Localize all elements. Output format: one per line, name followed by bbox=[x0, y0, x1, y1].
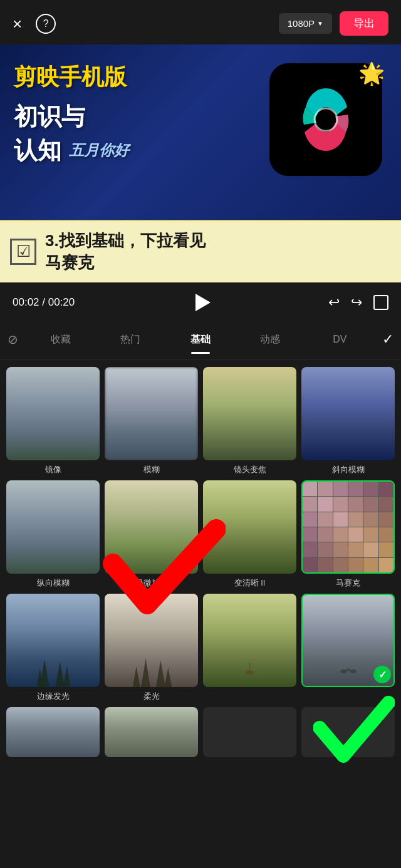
svg-point-9 bbox=[246, 671, 254, 675]
filter-item-3-3[interactable] bbox=[203, 594, 296, 702]
filter-thumb-soft bbox=[105, 594, 198, 687]
filter-label-soft: 柔光 bbox=[143, 691, 160, 702]
fullscreen-button[interactable] bbox=[373, 295, 388, 310]
checkbox-icon: ☑ bbox=[10, 239, 36, 265]
filter-label-zoom: 镜头变焦 bbox=[234, 464, 266, 475]
filter-label-edge: 边缘发光 bbox=[37, 691, 70, 702]
export-button[interactable]: 导出 bbox=[340, 11, 388, 36]
filter-item-3-4[interactable]: ✓ bbox=[301, 594, 395, 702]
close-button[interactable]: × bbox=[13, 16, 22, 32]
svg-point-15 bbox=[346, 669, 350, 671]
play-icon bbox=[195, 294, 211, 311]
filter-item-4-1[interactable] bbox=[6, 707, 100, 761]
svg-line-12 bbox=[250, 663, 251, 665]
filter-thumb-blur bbox=[105, 367, 198, 460]
time-display: 00:02 / 00:20 bbox=[13, 296, 75, 309]
subtitle-text: 3.找到基础，下拉看见马赛克 bbox=[45, 230, 206, 274]
svg-line-11 bbox=[248, 663, 249, 665]
top-right-controls: 1080P ▼ 导出 bbox=[279, 11, 388, 36]
filter-thumb-vblur bbox=[6, 480, 100, 574]
filter-confirm-tab[interactable]: ✓ bbox=[375, 326, 401, 353]
filter-thumb-mosaic bbox=[301, 480, 395, 574]
svg-point-13 bbox=[340, 669, 346, 673]
filter-item-4-3[interactable] bbox=[203, 707, 296, 761]
undo-button[interactable]: ↩ bbox=[328, 294, 340, 311]
filter-item-4-2[interactable] bbox=[105, 707, 198, 761]
svg-marker-5 bbox=[133, 666, 140, 687]
filter-thumb-edge bbox=[6, 594, 100, 687]
filter-thumb-4-3 bbox=[203, 707, 296, 757]
tab-dynamic[interactable]: 动感 bbox=[235, 328, 305, 351]
video-title-3: 认知 五月你好 bbox=[14, 137, 129, 165]
filter-vertical-blur[interactable]: 纵向模糊 bbox=[6, 480, 100, 589]
filter-thumb-4-4 bbox=[301, 707, 395, 757]
star-decoration: 🌟 bbox=[358, 61, 385, 86]
controls-right: ↩ ↪ bbox=[328, 294, 388, 311]
filter-row-2: 纵向模糊 轻微放大 变清晰 II bbox=[6, 480, 395, 589]
video-text-block: 剪映手机版 初识与 认知 五月你好 bbox=[14, 63, 129, 165]
filter-zoom[interactable]: 镜头变焦 bbox=[203, 367, 296, 475]
filter-label-diagonal: 斜向模糊 bbox=[332, 464, 365, 475]
svg-marker-2 bbox=[40, 659, 49, 687]
svg-marker-6 bbox=[141, 658, 150, 687]
filter-sharpen[interactable]: 变清晰 II bbox=[203, 480, 296, 589]
handwriting-text: 五月你好 bbox=[69, 142, 129, 160]
top-left-controls: × ? bbox=[13, 14, 56, 34]
filter-label-mirror: 镜像 bbox=[45, 464, 61, 475]
play-button[interactable] bbox=[190, 291, 213, 314]
svg-marker-8 bbox=[164, 668, 172, 687]
filter-mosaic[interactable]: 马赛克 bbox=[301, 480, 395, 589]
redo-button[interactable]: ↪ bbox=[351, 294, 362, 311]
filter-thumb-zoom bbox=[203, 367, 296, 460]
tab-dv[interactable]: DV bbox=[305, 329, 375, 350]
filter-thumb-mirror bbox=[6, 367, 100, 460]
controls-center bbox=[190, 291, 213, 314]
filter-label-sharpen: 变清晰 II bbox=[234, 577, 266, 589]
svg-marker-4 bbox=[63, 666, 71, 687]
video-title-2: 初识与 bbox=[14, 103, 129, 132]
timeline-controls: 00:02 / 00:20 ↩ ↪ bbox=[0, 282, 401, 323]
tab-popular[interactable]: 热门 bbox=[95, 328, 165, 351]
filter-thumb-slight bbox=[105, 480, 198, 574]
top-bar: × ? 1080P ▼ 导出 bbox=[0, 0, 401, 44]
filter-edge-glow[interactable]: 边缘发光 bbox=[6, 594, 100, 702]
filter-label-vblur: 纵向模糊 bbox=[37, 577, 70, 589]
green-check-3-4: ✓ bbox=[373, 666, 391, 683]
filter-slight-zoom[interactable]: 轻微放大 bbox=[105, 480, 198, 589]
tab-favorites[interactable]: 收藏 bbox=[26, 328, 95, 351]
help-button[interactable]: ? bbox=[36, 14, 56, 34]
filter-soft-light[interactable]: 柔光 bbox=[105, 594, 198, 702]
filter-blur[interactable]: 模糊 bbox=[105, 367, 198, 475]
filter-label-slight: 轻微放大 bbox=[135, 577, 168, 589]
filter-row-3: 边缘发光 柔光 bbox=[6, 594, 395, 702]
svg-point-0 bbox=[315, 108, 337, 131]
filter-thumb-diagonal bbox=[301, 367, 395, 460]
resolution-button[interactable]: 1080P ▼ bbox=[279, 13, 332, 34]
filter-tabs: ⊘ 收藏 热门 基础 动感 DV ✓ bbox=[0, 323, 401, 359]
subtitle-banner: ☑ 3.找到基础，下拉看见马赛克 bbox=[0, 220, 401, 282]
filter-ban-tab[interactable]: ⊘ bbox=[0, 327, 26, 352]
filter-item-4-4[interactable] bbox=[301, 707, 395, 761]
app-logo-svg bbox=[282, 76, 370, 163]
tab-basic[interactable]: 基础 bbox=[165, 328, 235, 351]
resolution-arrow: ▼ bbox=[317, 20, 323, 27]
filter-grid: 镜像 模糊 镜头变焦 斜向模糊 纵向模糊 bbox=[0, 359, 401, 773]
svg-marker-3 bbox=[55, 661, 65, 687]
filter-row-4 bbox=[6, 707, 395, 761]
filter-label-mosaic: 马赛克 bbox=[336, 577, 360, 589]
filter-thumb-3-3 bbox=[203, 594, 296, 687]
filter-diagonal-blur[interactable]: 斜向模糊 bbox=[301, 367, 395, 475]
filter-mirror[interactable]: 镜像 bbox=[6, 367, 100, 475]
video-preview: 剪映手机版 初识与 认知 五月你好 bbox=[0, 44, 401, 282]
filter-label-blur: 模糊 bbox=[143, 464, 160, 475]
filter-thumb-3-4: ✓ bbox=[301, 594, 395, 687]
svg-point-14 bbox=[350, 669, 356, 673]
filter-thumb-4-2 bbox=[105, 707, 198, 757]
filter-row-1: 镜像 模糊 镜头变焦 斜向模糊 bbox=[6, 367, 395, 475]
video-title-1: 剪映手机版 bbox=[14, 63, 129, 90]
filter-thumb-4-1 bbox=[6, 707, 100, 757]
filter-thumb-sharpen bbox=[203, 480, 296, 574]
svg-marker-7 bbox=[156, 660, 165, 687]
